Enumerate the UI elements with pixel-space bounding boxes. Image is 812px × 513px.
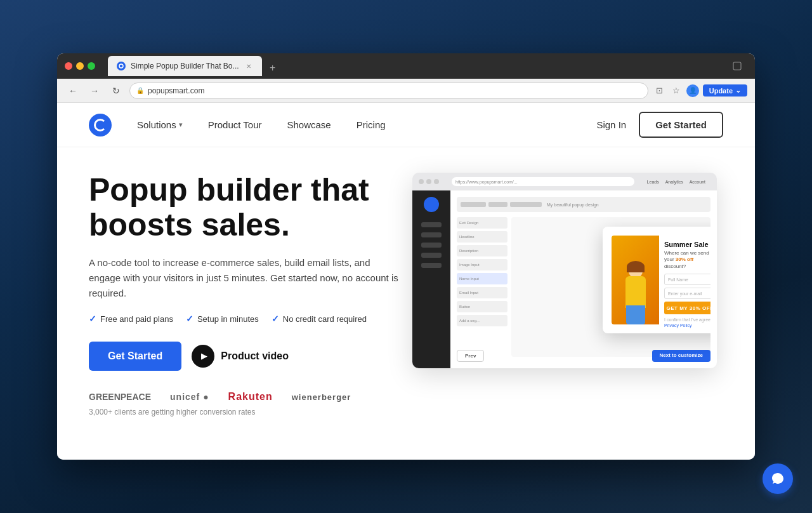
- check-icon-1: ✓: [89, 314, 96, 324]
- logos-section: GREENPEACE unicef ● Rakuten wienerberger…: [89, 391, 400, 416]
- profile-icon[interactable]: 👤: [686, 84, 699, 97]
- browser-toolbar: ← → ↻ 🔒 popupsmart.com ⊡ ☆ 👤 Update ⌄: [57, 79, 755, 103]
- nav-actions: Sign In Get Started: [596, 112, 723, 138]
- mockup-panel-image: Image Input: [457, 259, 508, 270]
- feature-list: ✓ Free and paid plans ✓ Setup in minutes…: [89, 314, 400, 324]
- back-button[interactable]: ←: [65, 83, 81, 99]
- get-started-nav-button[interactable]: Get Started: [639, 112, 723, 138]
- unicef-logo: unicef ●: [170, 392, 209, 402]
- mockup-dot-1: [419, 179, 424, 184]
- mockup-sidebar-item-3: [421, 243, 442, 248]
- mockup-panel-email-input: Email Input: [457, 287, 508, 298]
- svg-point-0: [119, 64, 123, 68]
- lock-icon: 🔒: [136, 87, 144, 94]
- popup-privacy-text: I confirm that I've agree to Privacy Pol…: [664, 317, 710, 328]
- product-mockup: https://www.popupsmart.com/... Leads Ana…: [412, 173, 717, 368]
- bookmark-icon[interactable]: ☆: [670, 84, 683, 97]
- mockup-prev-button[interactable]: Prev: [457, 350, 484, 362]
- mockup-dot-2: [426, 179, 431, 184]
- mockup-sidebar-item-1: [421, 222, 442, 227]
- chat-button[interactable]: [763, 463, 793, 494]
- tab-close-button[interactable]: ✕: [244, 62, 253, 70]
- feature-setup: ✓ Setup in minutes: [186, 314, 259, 324]
- forward-button[interactable]: →: [86, 83, 103, 99]
- hero-title: Popup builder that boosts sales.: [89, 173, 400, 243]
- product-video-button[interactable]: ▶ Product video: [192, 345, 289, 368]
- popup-sale-title: Summer Sale: [664, 241, 710, 248]
- mockup-panel-button: Button: [457, 301, 508, 312]
- sign-in-button[interactable]: Sign In: [596, 119, 626, 130]
- hero-visual: https://www.popupsmart.com/... Leads Ana…: [412, 173, 723, 401]
- popup-preview: ✕: [603, 227, 710, 333]
- browser-window: Simple Popup Builder That Bo... ✕ + ← → …: [57, 53, 755, 460]
- website-content: Solutions ▾ Product Tour Showcase Pricin…: [57, 103, 755, 460]
- url-text: popupsmart.com: [148, 86, 204, 95]
- popup-cta-button[interactable]: GET MY 30% OFF: [664, 302, 710, 314]
- rakuten-logo: Rakuten: [228, 391, 273, 403]
- mockup-url-bar: https://www.popupsmart.com/...: [452, 177, 634, 186]
- mockup-header: https://www.popupsmart.com/... Leads Ana…: [412, 173, 717, 190]
- desktop: Simple Popup Builder That Bo... ✕ + ← → …: [0, 0, 812, 513]
- mockup-main: My beautiful popup design Exit Design He…: [450, 190, 717, 368]
- solutions-chevron-icon: ▾: [179, 121, 183, 129]
- hero-buttons: Get Started ▶ Product video: [89, 342, 400, 371]
- mockup-bottom-nav: Prev Next to customize: [450, 350, 717, 362]
- tab-title: Simple Popup Builder That Bo...: [131, 62, 239, 70]
- mockup-toolbar: My beautiful popup design: [457, 197, 710, 212]
- mockup-leads-tab: Leads: [647, 180, 659, 184]
- update-button[interactable]: Update ⌄: [703, 84, 747, 97]
- popup-email-input[interactable]: Enter your e-mail: [664, 288, 710, 299]
- popup-name-input[interactable]: Full Name: [664, 274, 710, 285]
- nav-solutions[interactable]: Solutions ▾: [137, 119, 183, 130]
- address-bar[interactable]: 🔒 popupsmart.com: [129, 83, 648, 99]
- mockup-dots: [419, 179, 439, 184]
- traffic-lights: [65, 62, 95, 70]
- feature-free-plans: ✓ Free and paid plans: [89, 314, 173, 324]
- tab-favicon: [117, 62, 126, 70]
- nav-links: Solutions ▾ Product Tour Showcase Pricin…: [137, 119, 596, 130]
- mockup-account-tab: Account: [690, 180, 705, 184]
- cast-icon[interactable]: ⊡: [653, 84, 666, 97]
- mockup-app-logo: [424, 197, 439, 212]
- site-logo[interactable]: [89, 114, 112, 137]
- greenpeace-logo: GREENPEACE: [89, 392, 151, 402]
- toolbar-actions: ⊡ ☆ 👤 Update ⌄: [653, 84, 747, 97]
- nav-showcase[interactable]: Showcase: [287, 119, 331, 130]
- mockup-panel-name-input: Name Input: [457, 273, 508, 284]
- mockup-next-button[interactable]: Next to customize: [652, 350, 710, 362]
- mockup-dot-3: [434, 179, 439, 184]
- hero-subtitle: A no-code tool to increase e-commerce sa…: [89, 255, 400, 301]
- mockup-toolbar-item-1: [461, 202, 486, 207]
- check-icon-2: ✓: [186, 314, 193, 324]
- mockup-sidebar-item-5: [421, 263, 442, 268]
- nav-pricing[interactable]: Pricing: [357, 119, 386, 130]
- refresh-button[interactable]: ↻: [108, 83, 124, 99]
- nav-product-tour[interactable]: Product Tour: [208, 119, 262, 130]
- incognito-profile: 👤: [686, 84, 699, 97]
- site-nav: Solutions ▾ Product Tour Showcase Pricin…: [57, 103, 755, 147]
- logo-icon: [94, 119, 107, 131]
- mockup-canvas: ✕: [511, 217, 710, 357]
- hero-content: Popup builder that boosts sales. A no-co…: [89, 173, 400, 424]
- maximize-window-button[interactable]: [88, 62, 95, 70]
- mockup-sidebar: [412, 190, 450, 368]
- tab-bar: Simple Popup Builder That Bo... ✕ +: [108, 56, 615, 76]
- new-tab-button[interactable]: +: [265, 60, 281, 76]
- mockup-sidebar-item-4: [421, 253, 442, 258]
- clients-text: 3,000+ clients are getting higher conver…: [89, 408, 400, 416]
- mockup-design-label: My beautiful popup design: [547, 203, 599, 207]
- mockup-app-tabs: Leads Analytics Account: [647, 180, 705, 184]
- minimize-window-button[interactable]: [76, 62, 84, 70]
- get-started-hero-button[interactable]: Get Started: [89, 342, 181, 371]
- close-window-button[interactable]: [65, 62, 72, 70]
- mockup-panel-add-segment: Add a seg...: [457, 315, 508, 326]
- feature-no-credit-card: ✓ No credit card required: [272, 314, 367, 324]
- mockup-content-area: Exit Design Headline Description Image I…: [457, 217, 710, 357]
- mockup-left-panel: Exit Design Headline Description Image I…: [457, 217, 508, 357]
- popup-subtitle: Where can we send your 30% off discount?: [664, 250, 710, 270]
- browser-chrome: Simple Popup Builder That Bo... ✕ + ← → …: [57, 53, 755, 103]
- mockup-toolbar-item-2: [488, 202, 508, 207]
- browser-tab[interactable]: Simple Popup Builder That Bo... ✕: [108, 56, 262, 76]
- chevron-icon: ⌄: [735, 86, 741, 95]
- mockup-toolbar-item-3: [510, 202, 542, 207]
